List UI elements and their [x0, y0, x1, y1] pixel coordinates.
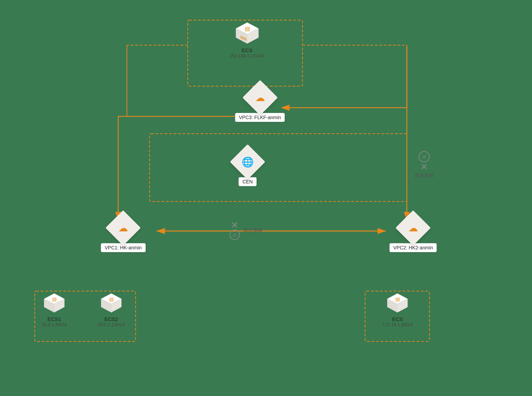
svg-text:▤: ▤: [244, 26, 250, 32]
ecs2-node[interactable]: ▤ ECS2 10.0.2.120/24: [97, 292, 125, 327]
connection-lines: [0, 0, 532, 396]
diagram-container: ▤ ECS 192.168.1.151/24 ☁ VPC3: FLKF-anmi…: [0, 0, 532, 396]
vpc2-icon: ☁: [408, 222, 418, 234]
cen-dashed-box: [150, 134, 407, 201]
route-policy-bottom: ✕ ⊙ 路由策略: [229, 221, 263, 240]
svg-text:▤: ▤: [52, 296, 57, 302]
ecs1-node[interactable]: ▤ ECS1 10.0.1.95/24: [42, 292, 67, 327]
line-right-to-vpc3: [282, 45, 407, 108]
ecs2-icon: ▤: [99, 292, 124, 314]
x-mark-bottom: ✕: [231, 221, 239, 230]
ecs-top-icon: ▤: [233, 21, 261, 45]
cen-icon: 🌐: [242, 156, 254, 168]
cen-node[interactable]: 🌐 CEN: [235, 149, 260, 186]
ecs-right-node[interactable]: ▤ ECS 172.16.1.80/24: [382, 292, 413, 327]
ecs1-icon: ▤: [42, 292, 67, 314]
svg-text:▤: ▤: [395, 296, 400, 302]
vpc3-node[interactable]: ☁ VPC3: FLKF-anmin: [235, 85, 285, 122]
ecs-top-node[interactable]: ▤ ECS 192.168.1.151/24: [229, 21, 265, 58]
svg-text:▤: ▤: [109, 296, 113, 302]
ecs-right-icon: ▤: [385, 292, 410, 314]
line-vpc3-to-vpc1: [118, 116, 240, 220]
vpc1-icon: ☁: [118, 222, 128, 234]
vpc2-node[interactable]: ☁ VPC2: HK2-anmin: [389, 215, 437, 252]
vpc1-node[interactable]: ☁ VPC1: HK-anmin: [101, 215, 146, 252]
x-mark-right: ✕: [420, 162, 428, 171]
vpc3-icon: ☁: [255, 92, 265, 104]
route-policy-right: ⊘ ✕ 路由策略: [414, 151, 434, 179]
